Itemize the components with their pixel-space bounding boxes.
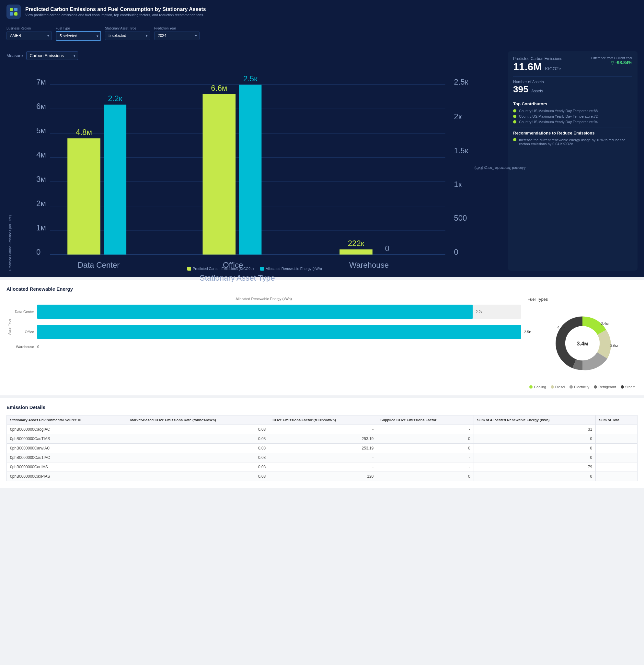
cell-total: [596, 462, 638, 472]
legend-label-cooling: Cooling: [534, 385, 546, 389]
are-bar-datacenter: Data Center 2.2к: [11, 305, 521, 319]
svg-rect-1: [14, 8, 18, 11]
col-allocated: Sum of Allocated Renewable Energy (kWh): [474, 415, 596, 424]
measure-select[interactable]: Carbon Emissions: [26, 51, 78, 60]
cell-co2e-factor: -: [269, 424, 377, 434]
are-track-datacenter: 2.2к: [37, 305, 521, 319]
cell-market-rate: 0.08: [126, 434, 269, 443]
prediction-year-wrapper: 2024: [154, 31, 199, 40]
legend-item-1: Predicted Carbon Emissions (KtCO2e): [187, 267, 254, 271]
bar-chart-container: Predicted Carbon Emissions (KtCO2e) 0 1м…: [6, 64, 503, 271]
fuel-type-select[interactable]: 5 selected: [56, 31, 101, 41]
svg-text:1м: 1м: [36, 223, 46, 232]
legend-item-2: Allocated Renewable Energy (kWh): [260, 267, 322, 271]
recommendations-section: Recommendations to Reduce Emissions Incr…: [513, 131, 632, 146]
measure-label: Measure: [6, 53, 23, 58]
cell-co2e-factor: 120: [269, 472, 377, 481]
legend-dot-cooling: [529, 385, 532, 388]
svg-text:1к: 1к: [454, 180, 462, 189]
business-region-wrapper: AMER: [6, 31, 52, 40]
table-row: 0phB0000000CarIIAS 0.08 - - 79: [7, 462, 638, 472]
recommendation-dot-1: [513, 138, 516, 141]
bar-chart-y2-label: Allocated Renewable Energy (kWh): [474, 165, 526, 170]
svg-rect-3: [14, 12, 18, 16]
emission-title: Emission Details: [6, 404, 638, 410]
donut-label-diesel: 3.6м: [610, 343, 618, 348]
recommendation-text-1: Increase the current renewable energy us…: [519, 138, 632, 146]
fuel-types-title: Fuel Types: [527, 297, 638, 302]
right-panel-header: Difference from Current Year ▽ -98.84% P…: [513, 56, 632, 73]
page-subtitle: View predicted carbon emissions and fuel…: [25, 13, 206, 17]
legend-dot-diesel: [551, 385, 554, 388]
bar-chart-svg: 0 1м 2м 3м 4м 5м 6м 7м: [12, 64, 497, 263]
cell-allocated: 79: [474, 462, 596, 472]
svg-text:Warehouse: Warehouse: [349, 261, 389, 269]
table-body: 0phB0000000CaogIAC 0.08 - - 31 0phB00000…: [7, 424, 638, 481]
cell-co2e-factor: -: [269, 462, 377, 472]
diff-arrow: ▽: [611, 60, 614, 65]
legend-label-diesel: Diesel: [555, 385, 565, 389]
donut-chart-svg: 3.4м 3.4м 3.6м 4.7м: [540, 305, 625, 381]
right-panel: Difference from Current Year ▽ -98.84% P…: [508, 51, 638, 271]
cell-allocated: 0: [474, 453, 596, 462]
are-right: Fuel Types: [527, 297, 638, 388]
measure-row: Measure Carbon Emissions: [6, 51, 503, 60]
recommendations-title: Recommendations to Reduce Emissions: [513, 131, 632, 135]
are-section-title: Allocated Renewable Energy: [6, 286, 638, 292]
are-chart: Allocated Renewable Energy (kWh) Asset T…: [6, 297, 521, 388]
are-chart-title: Allocated Renewable Energy (kWh): [6, 297, 521, 301]
contributor-2: Country:US,Maximum Yearly Day Temperatur…: [513, 114, 632, 118]
warehouse-bar1: [339, 249, 373, 254]
cell-allocated: 31: [474, 424, 596, 434]
are-fill-datacenter: 2.2к: [37, 305, 473, 319]
assets-title: Number of Assets: [513, 80, 632, 84]
bar-chart-y-label: Predicted Carbon Emissions (KtCO2e): [6, 64, 12, 271]
col-source-id: Stationary Asset Environmental Source ID: [7, 415, 127, 424]
cell-supplied: 0: [377, 472, 474, 481]
assets-unit: Assets: [531, 89, 543, 93]
are-label-warehouse: Warehouse: [11, 345, 37, 349]
donut-label-steam: 4.7м: [558, 325, 566, 330]
legend-dot-1: [187, 267, 191, 271]
fuel-type-label: Fuel Type: [56, 26, 101, 30]
col-total: Sum of Tota: [596, 415, 638, 424]
col-co2e-factor: CO2e Emissions Factor (tCO2e/MWh): [269, 415, 377, 424]
business-region-select[interactable]: AMER: [6, 31, 52, 40]
cell-market-rate: 0.08: [126, 443, 269, 453]
contributor-dot-1: [513, 109, 516, 112]
diff-label: Difference from Current Year: [591, 56, 632, 60]
contributor-1: Country:US,Maximum Yearly Day Temperatur…: [513, 109, 632, 113]
legend-dot-refrigerant: [594, 385, 597, 388]
bar-chart-main: 0 1м 2м 3м 4м 5м 6м 7м: [12, 64, 497, 271]
are-value-datacenter: 2.2к: [476, 310, 482, 314]
cell-co2e-factor: 253.19: [269, 434, 377, 443]
svg-text:5м: 5м: [36, 126, 46, 135]
cell-source-id: 0phB0000000CaogIAC: [7, 424, 127, 434]
stationary-asset-select[interactable]: 5 selected: [105, 31, 150, 40]
cell-market-rate: 0.08: [126, 462, 269, 472]
predicted-unit: KtCO2e: [545, 66, 561, 71]
svg-text:0: 0: [36, 248, 40, 256]
page-header: Predicted Carbon Emissions and Fuel Cons…: [0, 0, 644, 23]
svg-text:500: 500: [454, 213, 467, 222]
datacenter-bar2: [104, 105, 126, 255]
svg-text:4м: 4м: [36, 150, 46, 159]
legend-label-electricity: Electricity: [574, 385, 589, 389]
legend-steam: Steam: [621, 385, 636, 389]
svg-text:1.5к: 1.5к: [454, 146, 468, 155]
prediction-year-select[interactable]: 2024: [154, 31, 199, 40]
prediction-year-label: Prediction Year: [154, 26, 199, 30]
legend-label-steam: Steam: [625, 385, 636, 389]
svg-text:0: 0: [454, 248, 458, 256]
cell-source-id: 0phB0000000CarwIAC: [7, 443, 127, 453]
table-row: 0phB0000000CaxPIAS 0.08 120 0 0: [7, 472, 638, 481]
table-header: Stationary Asset Environmental Source ID…: [7, 415, 638, 424]
diff-value: -98.84%: [616, 60, 632, 65]
office-bar2: [239, 84, 262, 254]
svg-text:3м: 3м: [36, 175, 46, 184]
are-value-office: 2.5к: [524, 330, 531, 334]
cell-market-rate: 0.08: [126, 472, 269, 481]
cell-total: [596, 453, 638, 462]
svg-text:2.5к: 2.5к: [454, 77, 468, 86]
cell-total: [596, 472, 638, 481]
